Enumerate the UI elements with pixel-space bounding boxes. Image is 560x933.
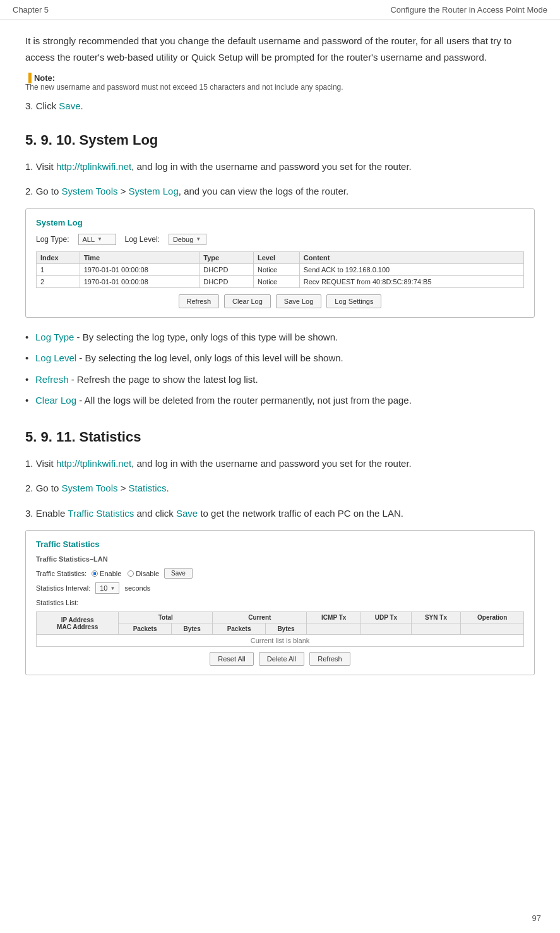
enable-label: Enable — [100, 570, 121, 577]
radio-group: Enable Disable — [92, 570, 159, 577]
step2-link1[interactable]: System Tools — [62, 483, 118, 493]
delete-all-button[interactable]: Delete All — [259, 652, 304, 666]
table-row: 1 1970-01-01 00:00:08 DHCPD Notice Send … — [37, 263, 524, 275]
bullet-term: Clear Log — [35, 395, 76, 406]
list-item: Refresh - Refresh the page to show the l… — [25, 369, 535, 390]
traffic-stats-row: Traffic Statistics: Enable Disable Save — [36, 568, 524, 579]
step3-prefix: 3. Enable — [25, 508, 68, 519]
col-op2 — [461, 623, 524, 635]
stats-list-label: Statistics List: — [36, 599, 524, 606]
col-icmp2 — [307, 623, 361, 635]
step1-prefix: 1. Visit — [25, 161, 56, 172]
section-911-heading: 5. 9. 11. Statistics — [25, 429, 535, 445]
interval-row: Statistics Interval: 10 seconds — [36, 582, 524, 594]
col-time: Time — [80, 251, 200, 263]
step3-mid: and click — [134, 508, 176, 519]
blank-notice: Current list is blank — [37, 635, 524, 647]
section-910-step2: 2. Go to System Tools > System Log, and … — [25, 183, 535, 200]
step2-suffix: , and you can view the logs of the route… — [179, 186, 349, 196]
screenshot-title: System Log — [36, 218, 524, 227]
step2-mid: > — [117, 483, 128, 493]
col-icmp: ICMP Tx — [307, 612, 361, 623]
step1-link[interactable]: http://tplinkwifi.net — [56, 161, 131, 172]
section-911-step2: 2. Go to System Tools > Statistics. — [25, 480, 535, 497]
log-type-label: Log Type: — [36, 235, 69, 244]
system-log-bullets: Log Type - By selecting the log type, on… — [25, 327, 535, 411]
page-content: It is strongly recommended that you chan… — [0, 20, 560, 709]
step3-link2[interactable]: Save — [176, 508, 198, 519]
log-type-select[interactable]: ALL — [78, 234, 116, 245]
list-item: Clear Log - All the logs will be deleted… — [25, 390, 535, 411]
bullet-term: Log Type — [35, 332, 74, 342]
step2-link2[interactable]: Statistics — [129, 483, 167, 493]
intro-step3: 3. Click Save. — [25, 98, 535, 114]
step1-link[interactable]: http://tplinkwifi.net — [56, 458, 131, 469]
col-type: Type — [200, 251, 254, 263]
table-row: 2 1970-01-01 00:00:08 DHCPD Notice Recv … — [37, 275, 524, 287]
step2-mid: > — [117, 186, 128, 196]
step3-link1[interactable]: Traffic Statistics — [68, 508, 134, 519]
step3-end: . — [81, 100, 83, 111]
note-text: The new username and password must not e… — [25, 83, 535, 92]
col-operation: Operation — [461, 612, 524, 623]
chapter-title: Configure the Router in Access Point Mod… — [390, 5, 547, 15]
step1-suffix: , and log in with the username and passw… — [131, 458, 412, 469]
log-btn-row: Refresh Clear Log Save Log Log Settings — [36, 294, 524, 308]
traffic-label: Traffic Statistics: — [36, 570, 86, 577]
col-index: Index — [37, 251, 80, 263]
step3-link[interactable]: Save — [59, 100, 80, 111]
col-level: Level — [254, 251, 300, 263]
intro-paragraph: It is strongly recommended that you chan… — [25, 33, 535, 65]
enable-radio-icon — [92, 570, 98, 577]
traffic-statistics-screenshot: Traffic Statistics Traffic Statistics–LA… — [25, 530, 535, 675]
section-911-step1: 1. Visit http://tplinkwifi.net, and log … — [25, 455, 535, 472]
bullet-term: Log Level — [35, 352, 76, 363]
stats-btn-row: Reset All Delete All Refresh — [36, 652, 524, 666]
bullet-text: - All the logs will be deleted from the … — [76, 395, 412, 406]
col-total: Total — [119, 612, 213, 623]
stats-table: IP AddressMAC Address Total Current ICMP… — [36, 611, 524, 647]
list-item: Log Type - By selecting the log type, on… — [25, 327, 535, 348]
step2-prefix: 2. Go to — [25, 186, 62, 196]
step3-suffix: to get the network traffic of each PC on… — [198, 508, 403, 519]
log-form-row: Log Type: ALL Log Level: Debug — [36, 234, 524, 245]
clear-log-button[interactable]: Clear Log — [224, 294, 271, 308]
log-table: Index Time Type Level Content 1 1970-01-… — [36, 251, 524, 288]
step2-link1[interactable]: System Tools — [62, 186, 118, 196]
bullet-text: - By selecting the log type, only logs o… — [74, 332, 338, 342]
section-910-step1: 1. Visit http://tplinkwifi.net, and log … — [25, 159, 535, 175]
disable-radio[interactable]: Disable — [128, 570, 159, 577]
enable-radio[interactable]: Enable — [92, 570, 121, 577]
col-current-packets: Packets — [213, 623, 266, 635]
note-box: Note: The new username and password must… — [25, 73, 535, 92]
log-level-select[interactable]: Debug — [169, 234, 206, 245]
page-header: Chapter 5 Configure the Router in Access… — [0, 0, 560, 20]
step1-prefix: 1. Visit — [25, 458, 56, 469]
interval-unit: seconds — [124, 584, 150, 592]
bullet-text: - Refresh the page to show the latest lo… — [69, 374, 258, 385]
col-syn: SYN Tx — [411, 612, 461, 623]
disable-label: Disable — [136, 570, 159, 577]
log-settings-button[interactable]: Log Settings — [326, 294, 381, 308]
refresh-button[interactable]: Refresh — [179, 294, 220, 308]
save-log-button[interactable]: Save Log — [276, 294, 321, 308]
step1-suffix: , and log in with the username and passw… — [131, 161, 412, 172]
disable-radio-icon — [128, 570, 134, 577]
refresh-button[interactable]: Refresh — [309, 652, 350, 666]
save-button[interactable]: Save — [164, 568, 193, 579]
interval-select[interactable]: 10 — [95, 582, 119, 594]
col-udp: UDP Tx — [361, 612, 411, 623]
section-910-heading: 5. 9. 10. System Log — [25, 132, 535, 148]
system-log-screenshot: System Log Log Type: ALL Log Level: Debu… — [25, 208, 535, 318]
reset-all-button[interactable]: Reset All — [210, 652, 253, 666]
col-current: Current — [213, 612, 307, 623]
page-number: 97 — [532, 913, 541, 923]
col-total-packets: Packets — [119, 623, 172, 635]
col-current-bytes: Bytes — [265, 623, 306, 635]
chapter-label: Chapter 5 — [13, 5, 49, 15]
step2-suffix: . — [167, 483, 169, 493]
note-title: Note: — [25, 73, 535, 83]
section-911-step3: 3. Enable Traffic Statistics and click S… — [25, 505, 535, 522]
step3-prefix: 3. Click — [25, 100, 59, 111]
step2-link2[interactable]: System Log — [129, 186, 179, 196]
